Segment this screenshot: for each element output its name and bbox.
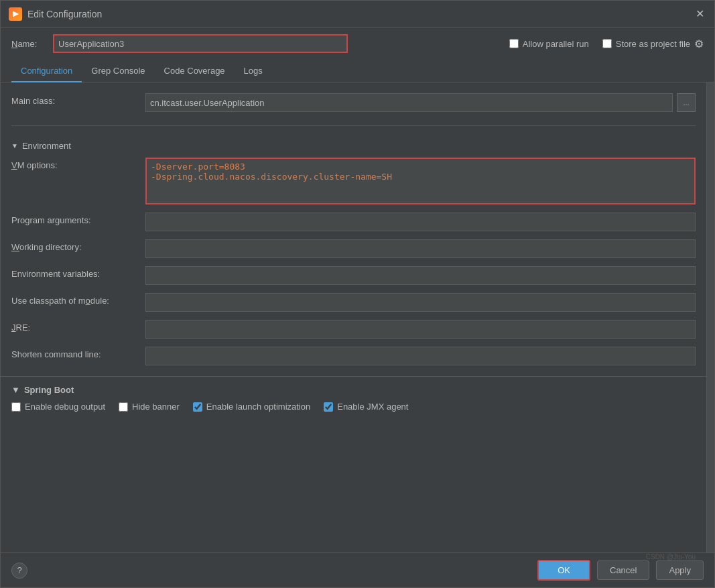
main-class-section: Main class: ... (1, 82, 706, 123)
jre-input[interactable] (145, 320, 696, 339)
working-directory-row: Working directory: (11, 235, 696, 262)
allow-parallel-label: Allow parallel run (523, 39, 589, 49)
allow-parallel-checkbox[interactable] (509, 39, 519, 48)
classpath-label: Use classpath of module: (11, 293, 145, 306)
tab-code-coverage[interactable]: Code Coverage (155, 60, 235, 82)
tab-configuration[interactable]: Configuration (11, 60, 82, 82)
shorten-cmd-input[interactable] (145, 347, 696, 365)
environment-section: ▼ Environment VM options: -Dserver.port=… (1, 129, 706, 376)
bottom-right-buttons: OK Cancel Apply (537, 560, 704, 581)
spring-boot-section: ▼ Spring Boot Enable debug output Hide b… (1, 376, 706, 421)
name-input[interactable] (53, 34, 348, 53)
enable-launch-checkbox[interactable] (193, 402, 202, 412)
spring-boot-label: Spring Boot (24, 385, 74, 395)
content-area: Main class: ... ▼ Environment VM o (1, 82, 714, 552)
enable-jmx-label: Enable JMX agent (337, 402, 408, 412)
main-panel: Main class: ... ▼ Environment VM o (1, 82, 706, 552)
hide-banner-label: Hide banner (132, 402, 180, 412)
name-right-controls: Allow parallel run Store as project file… (509, 38, 704, 50)
hide-banner-checkbox[interactable] (119, 402, 128, 412)
cancel-button[interactable]: Cancel (597, 561, 649, 580)
tabs: Configuration Grep Console Code Coverage… (11, 60, 704, 82)
tabs-area: Configuration Grep Console Code Coverage… (1, 60, 714, 82)
main-class-input[interactable] (145, 93, 673, 112)
enable-jmx-checkbox[interactable] (324, 402, 333, 412)
watermark: CSDN @Jiu-You (646, 553, 696, 561)
working-directory-input[interactable] (145, 239, 696, 258)
ok-button[interactable]: OK (537, 560, 590, 581)
env-variables-input[interactable] (145, 266, 696, 285)
program-arguments-input[interactable] (145, 213, 696, 231)
store-as-project-checkbox[interactable] (602, 39, 612, 48)
divider-1 (11, 125, 696, 126)
main-class-browse-button[interactable]: ... (677, 93, 696, 112)
jre-row: JRE: (11, 316, 696, 343)
env-variables-row: Environment variables: (11, 262, 696, 289)
enable-jmx-option: Enable JMX agent (324, 402, 408, 412)
tab-grep-console[interactable]: Grep Console (82, 60, 154, 82)
shorten-cmd-label: Shorten command line: (11, 347, 145, 359)
apply-button[interactable]: Apply (656, 561, 704, 580)
main-class-control: ... (145, 93, 696, 112)
jre-label: JRE: (11, 320, 145, 333)
vm-options-control: -Dserver.port=8083 -Dspring.cloud.nacos.… (145, 158, 696, 204)
spring-boot-header[interactable]: ▼ Spring Boot (11, 382, 696, 398)
app-icon: ▶ (9, 7, 22, 21)
classpath-input[interactable] (145, 293, 696, 312)
help-button[interactable]: ? (11, 563, 27, 579)
program-arguments-row: Program arguments: (11, 209, 696, 235)
classpath-row: Use classpath of module: (11, 289, 696, 316)
working-directory-control (145, 239, 696, 258)
spring-boot-arrow: ▼ (11, 385, 20, 395)
classpath-control (145, 293, 696, 312)
program-arguments-control (145, 213, 696, 231)
enable-debug-label: Enable debug output (25, 402, 105, 412)
close-button[interactable]: ✕ (693, 7, 706, 21)
vm-options-label: VM options: (11, 158, 145, 170)
title-bar: ▶ Edit Configuration ✕ (1, 1, 714, 27)
shorten-cmd-row: Shorten command line: (11, 343, 696, 369)
tab-logs[interactable]: Logs (235, 60, 272, 82)
main-class-label: Main class: (11, 93, 145, 106)
program-arguments-label: Program arguments: (11, 213, 145, 225)
enable-debug-option: Enable debug output (11, 402, 105, 412)
gear-icon[interactable]: ⚙ (694, 38, 704, 50)
bottom-bar: ? OK Cancel Apply (1, 552, 714, 587)
edit-configuration-dialog: ▶ Edit Configuration ✕ Name: Allow paral… (0, 0, 715, 588)
name-row: Name: Allow parallel run Store as projec… (1, 27, 714, 60)
allow-parallel-group: Allow parallel run (509, 39, 589, 49)
scrollbar[interactable] (706, 82, 714, 552)
enable-launch-label: Enable launch optimization (206, 402, 310, 412)
title-bar-left: ▶ Edit Configuration (9, 7, 102, 21)
store-as-project-label: Store as project file (616, 39, 690, 49)
environment-header[interactable]: ▼ Environment (11, 135, 696, 154)
store-as-project-group: Store as project file ⚙ (602, 38, 704, 50)
jre-control (145, 320, 696, 339)
dialog-title: Edit Configuration (27, 9, 102, 19)
working-directory-label: Working directory: (11, 239, 145, 252)
env-variables-label: Environment variables: (11, 266, 145, 279)
spring-boot-options: Enable debug output Hide banner Enable l… (11, 398, 696, 416)
shorten-cmd-control (145, 347, 696, 365)
environment-arrow: ▼ (11, 142, 18, 150)
name-label: Name: (11, 39, 45, 49)
vm-options-row: VM options: -Dserver.port=8083 -Dspring.… (11, 154, 696, 209)
env-variables-control (145, 266, 696, 285)
hide-banner-option: Hide banner (119, 402, 180, 412)
vm-options-input[interactable]: -Dserver.port=8083 -Dspring.cloud.nacos.… (145, 158, 696, 204)
enable-debug-checkbox[interactable] (11, 402, 21, 412)
enable-launch-option: Enable launch optimization (193, 402, 310, 412)
main-class-row: Main class: ... (11, 89, 696, 116)
environment-label: Environment (22, 141, 71, 151)
